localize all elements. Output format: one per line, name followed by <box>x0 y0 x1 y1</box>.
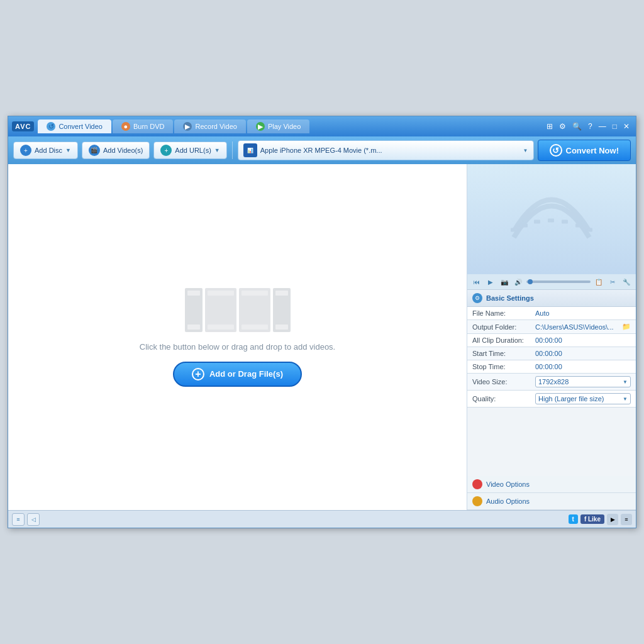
seek-start-button[interactable]: ⏮ <box>471 276 482 287</box>
video-options-row[interactable]: Video Options <box>467 476 636 493</box>
app-logo: AVC <box>12 121 34 131</box>
start-time-value: 00:00:00 <box>535 350 631 357</box>
settings-header-icon: ⚙ <box>472 293 482 303</box>
nav-menu-button[interactable]: ≡ <box>621 514 632 525</box>
sidebar-toggle-button[interactable]: ◁ <box>27 513 40 526</box>
app-window: AVC ↺ Convert Video ● Burn DVD ▶ Record … <box>8 116 636 528</box>
play-button[interactable]: ▶ <box>485 276 496 287</box>
video-preview <box>467 164 636 274</box>
volume-button[interactable]: 🔊 <box>513 276 524 287</box>
tab-record-video[interactable]: ▶ Record Video <box>174 119 245 133</box>
audio-options-label: Audio Options <box>486 497 530 505</box>
stop-time-row: Stop Time: 00:00:00 <box>467 360 636 374</box>
settings-button[interactable]: ⚙ <box>557 121 569 131</box>
tab-burn-dvd[interactable]: ● Burn DVD <box>113 119 174 133</box>
start-time-row: Start Time: 00:00:00 <box>467 347 636 360</box>
twitter-button[interactable]: t <box>569 514 578 524</box>
quality-arrow: ▼ <box>623 396 628 402</box>
video-size-select[interactable]: 1792x828 ▼ <box>535 376 631 387</box>
film-strip-decoration <box>185 288 291 332</box>
tab-record-label: Record Video <box>195 123 236 130</box>
format-selector[interactable]: 📊 Apple iPhone XR MPEG-4 Movie (*.m... ▼ <box>238 140 534 160</box>
copy-button[interactable]: 📋 <box>593 276 604 287</box>
start-time-label: Start Time: <box>472 350 535 357</box>
add-file-label: Add or Drag File(s) <box>209 369 283 379</box>
tab-convert-label: Convert Video <box>58 123 103 130</box>
add-disc-button[interactable]: + Add Disc ▼ <box>13 142 78 159</box>
format-dropdown-arrow[interactable]: ▼ <box>523 148 528 153</box>
thumbnail-button[interactable]: ⊞ <box>544 121 555 131</box>
tab-convert-video[interactable]: ↺ Convert Video <box>38 119 111 133</box>
video-size-arrow: ▼ <box>623 379 628 385</box>
svg-rect-0 <box>511 228 517 231</box>
audio-options-icon <box>472 496 482 506</box>
settings-section: ⚙ Basic Settings File Name: Auto Output … <box>467 289 636 408</box>
file-name-value: Auto <box>535 309 631 317</box>
video-size-row: Video Size: 1792x828 ▼ <box>467 374 636 391</box>
audio-options-row[interactable]: Audio Options <box>467 493 636 510</box>
maximize-button[interactable]: □ <box>610 121 619 131</box>
screenshot-button[interactable]: 📷 <box>499 276 510 287</box>
list-view-button[interactable]: ≡ <box>12 513 25 526</box>
convert-now-button[interactable]: ↺ Convert Now! <box>538 140 631 161</box>
svg-rect-6 <box>586 228 592 231</box>
record-video-icon: ▶ <box>183 122 192 131</box>
search-button[interactable]: 🔍 <box>570 121 584 131</box>
svg-rect-5 <box>575 223 582 227</box>
title-tabs: ↺ Convert Video ● Burn DVD ▶ Record Vide… <box>38 119 540 133</box>
add-url-button[interactable]: + Add URL(s) ▼ <box>153 142 226 159</box>
tools-button[interactable]: 🔧 <box>621 276 632 287</box>
quality-label: Quality: <box>472 395 535 402</box>
quality-select[interactable]: High (Larger file size) ▼ <box>535 393 631 404</box>
nav-forward-button[interactable]: ▶ <box>607 514 618 525</box>
convert-now-icon: ↺ <box>550 144 562 157</box>
add-url-icon: + <box>160 145 172 156</box>
tab-burn-label: Burn DVD <box>133 123 165 130</box>
minimize-button[interactable]: — <box>596 121 609 131</box>
settings-title: Basic Settings <box>486 294 534 302</box>
progress-bar[interactable] <box>526 280 591 283</box>
tab-play-video[interactable]: ▶ Play Video <box>247 119 309 133</box>
add-file-plus-icon: + <box>192 368 204 380</box>
add-url-dropdown-arrow[interactable]: ▼ <box>214 147 220 153</box>
add-disc-label: Add Disc <box>35 147 62 154</box>
play-video-icon: ▶ <box>256 122 265 131</box>
quality-value: High (Larger file size) <box>538 395 604 402</box>
all-clip-duration-label: All Clip Duration: <box>472 336 535 344</box>
video-size-value: 1792x828 <box>538 378 569 386</box>
format-label: Apple iPhone XR MPEG-4 Movie (*.m... <box>260 147 382 154</box>
quality-row: Quality: High (Larger file size) ▼ <box>467 391 636 408</box>
add-file-button[interactable]: + Add or Drag File(s) <box>173 362 302 387</box>
add-videos-label: Add Video(s) <box>103 147 143 154</box>
film-watermark <box>508 187 596 252</box>
video-options-icon <box>472 479 482 489</box>
add-url-label: Add URL(s) <box>175 147 211 154</box>
burn-dvd-icon: ● <box>121 122 130 131</box>
player-bar: ⏮ ▶ 📷 🔊 📋 ✂ 🔧 <box>467 274 636 289</box>
stop-time-label: Stop Time: <box>472 363 535 370</box>
toolbar: + Add Disc ▼ 🎬 Add Video(s) + Add URL(s)… <box>8 136 636 164</box>
convert-video-icon: ↺ <box>47 122 55 131</box>
output-folder-label: Output Folder: <box>472 323 535 331</box>
help-button[interactable]: ? <box>586 121 595 131</box>
toolbar-separator <box>232 142 233 159</box>
add-videos-button[interactable]: 🎬 Add Video(s) <box>82 142 150 159</box>
video-options-label: Video Options <box>486 480 530 488</box>
facebook-button[interactable]: f Like <box>580 514 604 524</box>
cut-button[interactable]: ✂ <box>607 276 618 287</box>
film-strip-cell-1 <box>185 288 203 332</box>
svg-rect-2 <box>534 219 540 223</box>
folder-browse-icon[interactable]: 📁 <box>622 323 631 331</box>
bottom-bar: ≡ ◁ t f Like ▶ ≡ <box>8 510 636 528</box>
add-videos-icon: 🎬 <box>89 145 100 156</box>
file-name-label: File Name: <box>472 309 535 317</box>
progress-indicator <box>528 279 533 284</box>
svg-rect-4 <box>562 219 568 223</box>
film-strip-cell-2 <box>205 288 236 332</box>
add-disc-icon: + <box>20 145 31 156</box>
right-panel: ⏮ ▶ 📷 🔊 📋 ✂ 🔧 ⚙ Basic Settings <box>467 164 636 510</box>
add-disc-dropdown-arrow[interactable]: ▼ <box>65 147 71 153</box>
close-button[interactable]: ✕ <box>621 121 632 131</box>
title-bar: AVC ↺ Convert Video ● Burn DVD ▶ Record … <box>8 116 636 136</box>
stop-time-value: 00:00:00 <box>535 363 631 370</box>
